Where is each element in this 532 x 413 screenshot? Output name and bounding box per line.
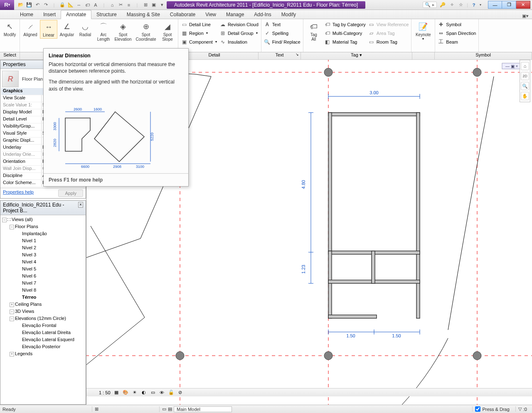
lock-icon[interactable]: 🔒	[59, 2, 66, 8]
sun-icon[interactable]: ☀	[131, 389, 138, 396]
properties-help-link[interactable]: Properties help	[3, 189, 34, 197]
dim-icon[interactable]: ↔	[76, 2, 82, 8]
tab-annotate[interactable]: Annotate	[61, 10, 91, 19]
tree-item[interactable]: Elevação Lateral Direita	[22, 329, 84, 336]
tree-item[interactable]: Nível 1	[22, 237, 84, 244]
angular-dim-button[interactable]: ∠Angular	[58, 20, 76, 38]
browser-close-icon[interactable]: ×	[78, 202, 83, 208]
design-options-icon[interactable]: ▤	[168, 406, 172, 412]
linear-dim-button[interactable]: ↔Linear	[40, 20, 57, 39]
undo-icon[interactable]: ↶	[34, 2, 41, 8]
worksets-icon[interactable]: ⊞	[95, 406, 99, 412]
browser-tree[interactable]: −⸬ Views (all) −Floor Plans ImplantaçãoN…	[0, 215, 86, 358]
minimize-button[interactable]: —	[488, 1, 502, 9]
zoom-icon[interactable]: 🔍	[521, 82, 529, 90]
main-model-combo[interactable]: Main Model	[174, 406, 232, 412]
text-button[interactable]: AText	[263, 20, 301, 29]
app-menu-button[interactable]: R▾	[0, 0, 14, 10]
tree-item[interactable]: Térreo	[22, 294, 84, 301]
visual-style-icon[interactable]: 🎨	[122, 389, 129, 396]
revision-cloud-button[interactable]: ☁Revision Cloud	[219, 20, 259, 29]
switch-icon[interactable]: ⊞	[142, 2, 149, 8]
tree-item[interactable]: Nível 6	[22, 273, 84, 280]
spelling-button[interactable]: ✓Spelling	[263, 29, 301, 37]
close-hidden-icon[interactable]: ▣	[150, 2, 157, 8]
tree-item[interactable]: Elevação Frontal	[22, 322, 84, 329]
tree-item[interactable]: Nível 7	[22, 280, 84, 287]
redo-icon[interactable]: ↷	[42, 2, 49, 8]
tree-item[interactable]: Elevação Posterior	[22, 343, 84, 350]
pan-icon[interactable]: ✋	[521, 92, 529, 100]
arc-length-button[interactable]: ⌒Arc Length	[95, 20, 112, 42]
favorite-icon[interactable]: ☆	[458, 2, 464, 8]
tab-addins[interactable]: Add-Ins	[249, 10, 276, 19]
view-scale[interactable]: 1 : 50	[99, 390, 111, 395]
keynote-button[interactable]: 📝Keynote▾	[413, 20, 433, 42]
ribbon-collapse-icon[interactable]: ▣▾	[519, 13, 532, 19]
editable-only-icon[interactable]: ▭	[162, 406, 166, 412]
tree-item[interactable]: Nível 2	[22, 244, 84, 251]
dropdown-icon[interactable]: ▾	[159, 2, 165, 8]
find-replace-button[interactable]: 🔍Find/ Replace	[263, 37, 301, 46]
tab-collaborate[interactable]: Collaborate	[165, 10, 200, 19]
tab-manage[interactable]: Manage	[221, 10, 249, 19]
view-nav-bar[interactable]: ⌂ 2D 🔍 ✋	[520, 60, 530, 102]
tree-item[interactable]: Nível 3	[22, 251, 84, 258]
tag-icon[interactable]: 🏷	[84, 2, 91, 8]
crop-icon[interactable]: ▭	[150, 389, 156, 396]
temp-icon[interactable]: ⊘	[177, 389, 184, 396]
tree-item[interactable]: Implantação	[22, 230, 84, 237]
spot-slope-button[interactable]: ◢Spot Slope	[159, 20, 176, 42]
tab-view[interactable]: View	[200, 10, 221, 19]
tab-home[interactable]: Home	[15, 10, 38, 19]
spot-elevation-button[interactable]: ◈Spot Elevation	[113, 20, 133, 42]
tab-insert[interactable]: Insert	[38, 10, 61, 19]
2d-icon[interactable]: 2D	[521, 72, 529, 80]
reveal-icon[interactable]: 🔓	[168, 389, 175, 396]
detail-group-button[interactable]: ⊞Detail Group▾	[219, 29, 259, 37]
infocenter-search[interactable]: 🔍▸	[423, 2, 437, 8]
window-title: Autodesk Revit Architecture 2011 - [Edif…	[167, 1, 365, 9]
text-icon[interactable]: A	[92, 2, 99, 8]
tree-item[interactable]: Nível 5	[22, 266, 84, 273]
home-icon[interactable]: ⌂	[521, 62, 529, 70]
hide-icon[interactable]: 👁	[159, 389, 165, 396]
spot-coordinate-button[interactable]: ⊕Spot Coordinate	[134, 20, 158, 42]
tag-all-button[interactable]: 🏷Tag All	[305, 20, 323, 42]
span-direction-button[interactable]: ⇔Span Direction	[437, 29, 477, 37]
detail-level-icon[interactable]: ▦	[113, 389, 120, 396]
tree-item[interactable]: Nível 4	[22, 258, 84, 266]
radial-dim-button[interactable]: ◡Radial	[76, 20, 94, 38]
beam-button[interactable]: 工Beam	[437, 37, 477, 46]
tab-massing[interactable]: Massing & Site	[122, 10, 165, 19]
help-icon[interactable]: ?	[470, 2, 477, 8]
material-tag-button[interactable]: ◧Material Tag	[323, 37, 367, 46]
shadow-icon[interactable]: ◐	[140, 389, 147, 396]
press-drag-checkbox[interactable]	[475, 406, 480, 412]
tree-item[interactable]: Elevação Lateral Esquerd	[22, 336, 84, 343]
region-button[interactable]: ▦Region▾	[180, 29, 218, 37]
detail-line-button[interactable]: ▭Detail Line	[180, 20, 218, 29]
component-button[interactable]: ▣Component▾	[180, 37, 218, 46]
symbol-button[interactable]: ✚Symbol	[437, 20, 477, 29]
room-tag-button[interactable]: ▭Room Tag	[367, 37, 409, 46]
tag-category-button[interactable]: 🏷Tag by Category	[323, 20, 367, 29]
aligned-dim-button[interactable]: ⟋Aligned	[22, 20, 39, 38]
section-icon[interactable]: ✂	[117, 2, 124, 8]
measure-icon[interactable]: 📐	[67, 2, 74, 8]
save-icon[interactable]: 💾	[26, 2, 32, 8]
tab-modify[interactable]: Modify	[276, 10, 301, 19]
close-button[interactable]: ✕	[516, 1, 530, 9]
subscription-icon[interactable]: 🔑	[439, 2, 446, 8]
insulation-button[interactable]: ∿Insulation	[219, 37, 259, 46]
filter-icon[interactable]: ▽	[518, 406, 522, 412]
tree-item[interactable]: Nível 8	[22, 287, 84, 294]
default3d-icon[interactable]: ⌂	[109, 2, 116, 8]
tab-structure[interactable]: Structure	[91, 10, 122, 19]
maximize-button[interactable]: ❐	[502, 1, 516, 9]
exchange-icon[interactable]: ✧	[448, 2, 455, 8]
modify-button[interactable]: ↖ Modify	[2, 20, 18, 38]
multi-category-button[interactable]: 🏷Multi-Category	[323, 29, 367, 37]
open-icon[interactable]: 📂	[17, 2, 24, 8]
thin-icon[interactable]: ≡	[126, 2, 132, 8]
